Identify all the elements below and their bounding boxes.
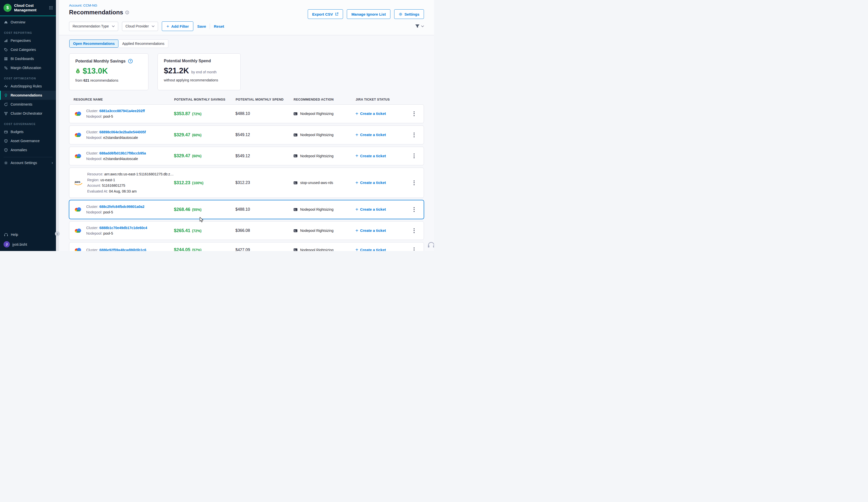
table-row[interactable]: Cluster: 6888b1c70e49db17c1de60c4Nodepoo…	[69, 221, 424, 240]
alert-icon	[4, 148, 8, 152]
sidebar-item-label: Perspectives	[11, 39, 31, 43]
resource-line: Nodepool: e2standard4autoscale	[86, 135, 146, 140]
sidebar-item-recommendations[interactable]: Recommendations	[0, 91, 56, 100]
sidebar-header: $ Cloud Cost Management	[0, 0, 56, 16]
sidebar-item-anomalies[interactable]: Anomalies	[0, 145, 56, 155]
table-row[interactable]: Cluster: 688c2fefc84fbdc99801a0a2Nodepoo…	[69, 200, 424, 219]
resource-id-link[interactable]: 6886e92f59a48cad86b5b1c6	[99, 248, 146, 251]
chevron-down-icon	[152, 25, 155, 27]
sidebar-item-autostopping-rules[interactable]: AutoStopping Rules	[0, 82, 56, 91]
cloud-provider-dropdown[interactable]: Cloud Provider	[122, 22, 158, 31]
potential-savings-value: $268.46(55%)	[174, 207, 235, 212]
create-ticket-link[interactable]: +Create a ticket	[355, 180, 386, 185]
sidebar-item-help[interactable]: Help	[0, 230, 56, 239]
add-filter-button[interactable]: + Add Filter	[162, 21, 193, 31]
action-icon	[293, 229, 298, 233]
sidebar-item-account-settings[interactable]: Account Settings ›	[0, 158, 56, 167]
summary-cards: Potential Monthly Savings ? $ $13.0K fro…	[69, 53, 424, 90]
create-ticket-link[interactable]: +Create a ticket	[355, 153, 386, 158]
kebab-menu-icon[interactable]	[412, 206, 416, 213]
sidebar-section-label: COST REPORTING	[0, 27, 56, 36]
question-icon[interactable]: ?	[128, 59, 133, 63]
tab-open-recommendations[interactable]: Open Recommendations	[69, 40, 118, 48]
table-row[interactable]: Cluster: 6881a3ccc887941a4ee202ffNodepoo…	[69, 104, 424, 123]
module-switcher-icon[interactable]	[49, 6, 53, 10]
sidebar-item-margin-obfuscation[interactable]: Margin Obfuscation	[0, 63, 56, 72]
kebab-menu-icon[interactable]	[412, 246, 416, 251]
sidebar-item-label: Commitments	[11, 102, 32, 106]
resource-value: pool-5	[103, 210, 113, 214]
spend-value: $21.2K	[164, 66, 189, 75]
reset-filter-link[interactable]: Reset	[214, 24, 224, 29]
resource-id-link[interactable]: 68898c064e3e2ba0e544005f	[99, 130, 146, 134]
resource-line: Account: 511616801275	[87, 183, 174, 188]
potential-savings-value: $312.23(100%)	[174, 180, 235, 186]
savings-subtext: from 621 recommendations	[75, 79, 142, 82]
sidebar-item-label: BI Dashboards	[11, 57, 34, 61]
resource-cell: Cluster: 688c2fefc84fbdc99801a0a2Nodepoo…	[74, 204, 174, 215]
gear-icon	[4, 161, 8, 165]
table-row[interactable]: awsResource: arn:aws:rds:us-east-1:51161…	[69, 168, 424, 198]
kebab-menu-icon[interactable]	[412, 110, 416, 118]
manage-ignore-list-button[interactable]: Manage Ignore List	[347, 9, 390, 19]
potential-spend-value: $549.12	[235, 154, 293, 158]
kebab-menu-icon[interactable]	[412, 227, 416, 234]
sidebar-item-asset-governance[interactable]: $Asset Governance	[0, 136, 56, 145]
app-root: $ Cloud Cost Management OverviewCOST REP…	[0, 0, 434, 251]
resource-value: us-east-1	[100, 178, 115, 182]
kebab-menu-icon[interactable]	[412, 152, 416, 160]
export-csv-button[interactable]: Export CSV	[308, 9, 343, 19]
create-ticket-link[interactable]: +Create a ticket	[355, 132, 386, 137]
pulse-icon	[4, 84, 8, 88]
kebab-menu-icon[interactable]	[412, 131, 416, 139]
sidebar-item-label: Overview	[11, 20, 25, 24]
info-icon[interactable]	[125, 11, 129, 14]
resource-cell: Cluster: 6881a3ccc887941a4ee202ffNodepoo…	[74, 108, 174, 119]
create-ticket-link[interactable]: +Create a ticket	[355, 207, 386, 212]
nodes-icon	[4, 112, 8, 115]
create-ticket-link[interactable]: +Create a ticket	[355, 228, 386, 233]
resource-value: arn:aws:rds:us-east-1:511616801275:db:zn…	[104, 172, 174, 176]
plus-icon: +	[355, 247, 358, 251]
resource-value: pool-5	[103, 231, 113, 236]
sidebar-item-budgets[interactable]: Budgets	[0, 127, 56, 136]
column-header: JIRA TICKET STATUS	[355, 98, 407, 101]
wallet-icon	[4, 130, 8, 134]
sidebar-nav: OverviewCOST REPORTINGPerspectivesCost C…	[0, 16, 56, 155]
resource-value: e2standard4autoscale	[103, 136, 138, 139]
resource-id-link[interactable]: 688add6fb019b17f9bccb95a	[99, 151, 146, 155]
tab-applied-recommendations[interactable]: Applied Recommendations	[118, 40, 168, 48]
sidebar-item-cluster-orchestrator[interactable]: Cluster Orchestrator	[0, 109, 56, 118]
potential-spend-value: $427.09	[235, 248, 293, 251]
save-filter-link[interactable]: Save	[197, 24, 206, 29]
sidebar-item-cost-categories[interactable]: Cost Categories	[0, 45, 56, 54]
resource-id-link[interactable]: 6888b1c70e49db17c1de60c4	[99, 226, 147, 230]
potential-spend-value: $488.10	[235, 207, 293, 212]
aws-icon: aws	[74, 180, 83, 186]
table-row[interactable]: Cluster: 6886e92f59a48cad86b5b1c6$244.05…	[69, 242, 424, 251]
table-row[interactable]: Cluster: 68898c064e3e2ba0e544005fNodepoo…	[69, 125, 424, 144]
sidebar-item-bi-dashboards[interactable]: BI Dashboards	[0, 54, 56, 63]
sidebar-item-commitments[interactable]: Commitments	[0, 100, 56, 109]
sidebar-item-label: Recommendations	[11, 93, 42, 97]
sidebar-collapse-button[interactable]: ‹	[55, 231, 60, 236]
table-row[interactable]: Cluster: 688add6fb019b17f9bccb95aNodepoo…	[69, 147, 424, 166]
resource-id-link[interactable]: 6881a3ccc887941a4ee202ff	[99, 109, 145, 113]
account-breadcrumb[interactable]: Account: CCM-NG	[69, 3, 97, 7]
potential-spend-value: $488.10	[235, 112, 293, 116]
support-chat-icon[interactable]	[427, 241, 434, 249]
recommendation-type-dropdown[interactable]: Recommendation Type	[69, 22, 118, 31]
resource-id-link[interactable]: 688c2fefc84fbdc99801a0a2	[99, 205, 144, 209]
create-ticket-link[interactable]: +Create a ticket	[355, 111, 386, 116]
sidebar-item-overview[interactable]: Overview	[0, 18, 56, 27]
settings-button[interactable]: Settings	[394, 9, 424, 19]
filter-panel-toggle[interactable]	[415, 24, 424, 28]
user-menu[interactable]: J jyoti.bisht	[0, 239, 56, 251]
potential-spend-card: Potential Monthly Spend $21.2K by end of…	[157, 53, 241, 90]
resource-line: Region: us-east-1	[87, 177, 174, 183]
create-ticket-link[interactable]: +Create a ticket	[355, 247, 386, 251]
kebab-menu-icon[interactable]	[412, 179, 416, 187]
avatar: J	[3, 241, 10, 248]
action-icon	[293, 248, 298, 251]
sidebar-item-perspectives[interactable]: Perspectives	[0, 36, 56, 45]
